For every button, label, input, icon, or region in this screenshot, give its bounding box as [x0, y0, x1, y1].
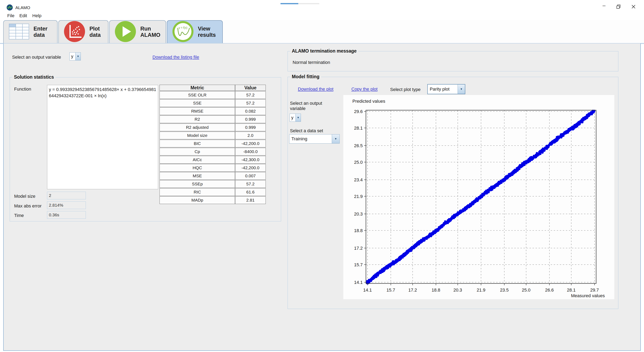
tab-strip: Enter data Plot data Run ALAMO — [0, 20, 644, 43]
red-scatter-plot-icon — [64, 21, 85, 43]
x-axis-title: Measured values — [571, 293, 605, 298]
plot-output-variable-value: y — [290, 114, 296, 121]
plot-type-value: Parity plot — [428, 85, 458, 94]
max-abs-error-field[interactable]: 2.814% — [47, 201, 86, 209]
table-row: SSEp57.2 — [160, 180, 266, 188]
table-row: SSE OLR57.2 — [160, 91, 266, 99]
table-row: AICc-42,300.0 — [160, 156, 266, 163]
tab-label: Run ALAMO — [140, 26, 166, 38]
spreadsheet-table-icon — [9, 24, 29, 40]
plot-type-dropdown[interactable]: Parity plot ▼ — [427, 84, 465, 94]
chevron-down-icon[interactable]: ▼ — [458, 85, 465, 94]
table-row: R20.999 — [160, 115, 266, 123]
y-tick-label: 14.1 — [354, 280, 363, 285]
tab-enter-data[interactable]: Enter data — [3, 20, 58, 43]
parity-plot: 14.115.717.218.820.321.923.525.026.628.1… — [343, 95, 614, 299]
max-abs-error-label: Max abs error — [14, 203, 42, 209]
time-label: Time — [14, 213, 24, 218]
y-tick-label: 15.7 — [354, 262, 363, 267]
termination-message-group: ALAMO termination message Normal termina… — [288, 51, 618, 71]
value-cell: -42,200.0 — [235, 164, 266, 172]
x-tick-label: 17.2 — [408, 287, 417, 293]
x-tick-label: 29.7 — [590, 287, 599, 293]
svg-text:y = f(x): y = f(x) — [178, 26, 187, 29]
metrics-table: Metric Value SSE OLR57.2 SSE57.2 RMSE0.0… — [160, 84, 266, 204]
table-row: Cp-8400.0 — [160, 148, 266, 155]
termination-message: Normal termination — [292, 60, 330, 65]
table-header-row: Metric Value — [160, 85, 266, 91]
green-play-icon — [115, 21, 136, 43]
chevron-down-icon[interactable]: ▼ — [75, 53, 80, 60]
y-tick-label: 21.9 — [354, 194, 363, 199]
y-tick-label: 26.5 — [354, 143, 363, 148]
data-set-value: Training — [290, 134, 332, 143]
metric-cell: SSE OLR — [160, 91, 235, 99]
y-tick-label: 17.2 — [354, 246, 363, 251]
tab-label: Plot data — [90, 26, 108, 38]
metric-cell: Cp — [160, 148, 235, 155]
value-cell: 0.999 — [235, 123, 266, 131]
function-textbox[interactable]: y = 0.99339294523856791485628× x + 0.379… — [47, 85, 158, 189]
x-tick-label: 20.3 — [453, 287, 462, 293]
time-field[interactable]: 0.36s — [47, 211, 86, 219]
y-tick-label: 23.4 — [354, 177, 363, 182]
tab-run-alamo[interactable]: Run ALAMO — [109, 20, 166, 43]
y-tick-label: 18.8 — [354, 228, 363, 233]
close-button[interactable] — [629, 4, 638, 10]
metric-cell: Model size — [160, 132, 235, 139]
x-tick-label: 18.8 — [432, 287, 440, 293]
green-function-curve-icon: y = f(x) — [172, 21, 194, 43]
tab-plot-data[interactable]: Plot data — [58, 20, 108, 43]
model-fitting-title: Model fitting — [290, 74, 321, 79]
metric-cell: MADp — [160, 196, 235, 204]
maximize-button[interactable] — [614, 4, 623, 10]
plot-output-variable-dropdown[interactable]: y ▼ — [290, 114, 301, 122]
chevron-down-icon[interactable]: ▼ — [296, 114, 301, 121]
table-row: RIC61.6 — [160, 188, 266, 196]
title-progress-bar — [280, 3, 319, 4]
table-row: HQC-42,200.0 — [160, 164, 266, 172]
data-set-dropdown[interactable]: Training ▼ — [289, 134, 340, 143]
metric-cell: R2 adjusted — [160, 123, 235, 131]
minimize-button[interactable]: – — [599, 3, 609, 9]
menu-file[interactable]: File — [6, 13, 16, 19]
y-tick-label: 28.1 — [354, 126, 363, 131]
menu-bar: File Edit Help — [0, 11, 644, 20]
chevron-down-icon[interactable]: ▼ — [332, 134, 340, 143]
table-row: MADp2.81 — [160, 196, 266, 204]
tab-view-results[interactable]: y = f(x) View results — [167, 20, 223, 43]
menu-help[interactable]: Help — [31, 13, 43, 19]
function-label: Function — [14, 87, 31, 92]
tab-label: View results — [198, 26, 222, 38]
value-cell: 0.999 — [235, 115, 266, 123]
download-listing-link[interactable]: Download the listing file — [152, 55, 199, 60]
y-tick-label: 20.3 — [354, 212, 363, 217]
value-cell: 57.2 — [235, 180, 266, 188]
value-cell: 2.0 — [235, 132, 266, 139]
value-cell: 0.082 — [235, 107, 266, 115]
download-plot-link[interactable]: Download the plot — [298, 87, 334, 92]
metric-column-header: Metric — [160, 85, 235, 91]
metric-cell: MSE — [160, 172, 235, 180]
model-size-field[interactable]: 2 — [47, 192, 86, 199]
output-variable-dropdown[interactable]: y ▼ — [70, 52, 81, 60]
metric-cell: HQC — [160, 164, 235, 172]
data-set-label: Select a data set — [290, 128, 323, 133]
value-cell: 61.6 — [235, 188, 266, 196]
plot-type-label: Select plot type — [390, 87, 420, 92]
plot-output-variable-label: Select an output variable — [290, 101, 332, 111]
x-tick-label: 28.1 — [567, 287, 576, 293]
copy-plot-link[interactable]: Copy the plot — [352, 87, 378, 92]
menu-edit[interactable]: Edit — [18, 13, 29, 19]
value-cell: 57.2 — [235, 91, 266, 99]
value-cell: -8400.0 — [235, 148, 266, 155]
model-size-label: Model size — [14, 194, 35, 199]
solution-statistics-title: Solution statistics — [12, 74, 56, 80]
value-cell: -42,300.0 — [235, 156, 266, 163]
x-tick-label: 25.0 — [522, 287, 530, 293]
metric-cell: RIC — [160, 188, 235, 196]
table-row: BIC-42,200.0 — [160, 140, 266, 147]
table-row: MSE0.007 — [160, 172, 266, 180]
tab-label: Enter data — [34, 26, 57, 38]
termination-group-title: ALAMO termination message — [290, 48, 358, 54]
